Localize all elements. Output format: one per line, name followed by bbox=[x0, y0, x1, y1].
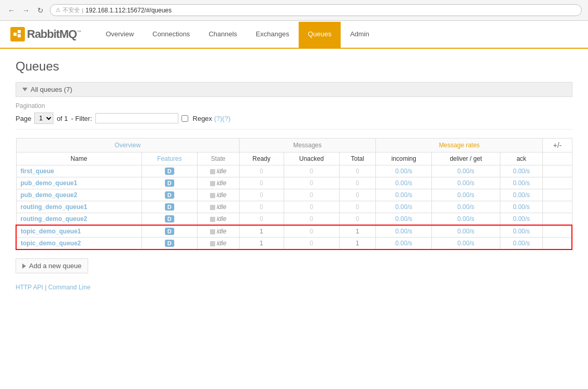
http-api-link[interactable]: HTTP API bbox=[16, 284, 43, 291]
queue-extra bbox=[543, 201, 572, 213]
nav-exchanges[interactable]: Exchanges bbox=[246, 22, 298, 48]
page-select[interactable]: 1 bbox=[34, 113, 53, 124]
queue-features: D bbox=[142, 189, 197, 201]
queue-unacked: 0 bbox=[284, 177, 339, 189]
table-row[interactable]: first_queue D idle 0 0 0 0.00/s 0.00/s 0… bbox=[16, 165, 572, 177]
queue-total: 0 bbox=[339, 201, 375, 213]
add-queue-label: Add a new queue bbox=[29, 262, 81, 270]
collapse-icon[interactable] bbox=[22, 88, 27, 91]
pagination-controls: Page 1 of 1 - Filter: Regex (?)(?) bbox=[16, 113, 572, 124]
refresh-button[interactable]: ↻ bbox=[35, 5, 46, 16]
queue-deliver: 0.00/s bbox=[432, 177, 500, 189]
queue-state: idle bbox=[197, 165, 239, 177]
col-extra bbox=[543, 152, 572, 165]
queue-name[interactable]: pub_demo_queue2 bbox=[16, 189, 142, 201]
queue-extra bbox=[543, 189, 572, 201]
url-bar[interactable]: ⚠ 不安全 | 192.168.1.112:15672/#/queues bbox=[50, 4, 582, 16]
queue-features: D bbox=[142, 201, 197, 213]
queue-state: idle bbox=[197, 225, 239, 238]
group-rates: Message rates bbox=[376, 138, 543, 152]
queue-unacked: 0 bbox=[284, 225, 339, 238]
queue-extra bbox=[543, 238, 572, 250]
queue-name[interactable]: routing_demo_queue2 bbox=[16, 213, 142, 226]
queue-total: 0 bbox=[339, 189, 375, 201]
filter-input[interactable] bbox=[95, 113, 178, 123]
page-content: Queues All queues (7) Pagination Page 1 … bbox=[0, 49, 588, 301]
queue-incoming: 0.00/s bbox=[376, 238, 432, 250]
queues-table: Overview Messages Message rates +/- Name… bbox=[16, 138, 572, 250]
queue-deliver: 0.00/s bbox=[432, 213, 500, 226]
col-ready-header: Ready bbox=[239, 152, 284, 165]
section-label: All queues (7) bbox=[31, 86, 72, 93]
main-nav: Overview Connections Channels Exchanges … bbox=[96, 22, 379, 47]
queue-ready: 0 bbox=[239, 165, 284, 177]
table-row[interactable]: pub_demo_queue2 D idle 0 0 0 0.00/s 0.00… bbox=[16, 189, 572, 201]
queue-ready: 0 bbox=[239, 213, 284, 226]
page-label: Page bbox=[16, 115, 31, 122]
top-navigation: RabbitMQ™ Overview Connections Channels … bbox=[0, 21, 588, 49]
logo: RabbitMQ™ bbox=[10, 21, 81, 48]
queue-name[interactable]: pub_demo_queue1 bbox=[16, 177, 142, 189]
security-icon: ⚠ bbox=[55, 7, 61, 13]
add-queue-section[interactable]: Add a new queue bbox=[16, 258, 88, 273]
queue-unacked: 0 bbox=[284, 189, 339, 201]
group-messages: Messages bbox=[239, 138, 375, 152]
queue-name[interactable]: topic_demo_queue2 bbox=[16, 238, 142, 250]
back-button[interactable]: ← bbox=[6, 5, 17, 16]
queue-ready: 0 bbox=[239, 189, 284, 201]
table-row[interactable]: pub_demo_queue1 D idle 0 0 0 0.00/s 0.00… bbox=[16, 177, 572, 189]
queue-features: D bbox=[142, 165, 197, 177]
col-features-header: Features bbox=[142, 152, 197, 165]
svg-rect-0 bbox=[13, 33, 17, 36]
queue-name[interactable]: routing_demo_queue1 bbox=[16, 201, 142, 213]
queue-ack: 0.00/s bbox=[500, 238, 543, 250]
queue-incoming: 0.00/s bbox=[376, 165, 432, 177]
col-ack-header: ack bbox=[500, 152, 543, 165]
table-row[interactable]: topic_demo_queue1 D idle 1 0 1 0.00/s 0.… bbox=[16, 225, 572, 238]
forward-button[interactable]: → bbox=[21, 5, 31, 16]
group-overview: Overview bbox=[16, 138, 239, 152]
queue-extra bbox=[543, 213, 572, 226]
queue-deliver: 0.00/s bbox=[432, 225, 500, 238]
regex-checkbox[interactable] bbox=[181, 115, 188, 122]
queue-incoming: 0.00/s bbox=[376, 213, 432, 226]
queue-ready: 0 bbox=[239, 201, 284, 213]
queue-name[interactable]: first_queue bbox=[16, 165, 142, 177]
of-label: of 1 bbox=[57, 115, 68, 122]
nav-connections[interactable]: Connections bbox=[143, 22, 199, 48]
pagination-label: Pagination bbox=[16, 102, 572, 109]
queue-name[interactable]: topic_demo_queue1 bbox=[16, 225, 142, 238]
table-row[interactable]: routing_demo_queue1 D idle 0 0 0 0.00/s … bbox=[16, 201, 572, 213]
queue-ack: 0.00/s bbox=[500, 165, 543, 177]
nav-overview[interactable]: Overview bbox=[96, 22, 143, 48]
nav-queues[interactable]: Queues bbox=[299, 22, 341, 48]
section-header: All queues (7) bbox=[16, 82, 572, 97]
logo-text: RabbitMQ™ bbox=[27, 27, 81, 41]
queue-extra bbox=[543, 165, 572, 177]
queue-incoming: 0.00/s bbox=[376, 177, 432, 189]
queue-ack: 0.00/s bbox=[500, 225, 543, 238]
queue-extra bbox=[543, 177, 572, 189]
queue-total: 1 bbox=[339, 238, 375, 250]
col-name-header: Name bbox=[16, 152, 142, 165]
queue-deliver: 0.00/s bbox=[432, 165, 500, 177]
plus-minus-btn[interactable]: +/- bbox=[543, 138, 572, 152]
queue-ready: 1 bbox=[239, 238, 284, 250]
queue-ack: 0.00/s bbox=[500, 201, 543, 213]
queue-state: idle bbox=[197, 213, 239, 226]
queue-ack: 0.00/s bbox=[500, 213, 543, 226]
col-total-header: Total bbox=[339, 152, 375, 165]
table-row[interactable]: routing_demo_queue2 D idle 0 0 0 0.00/s … bbox=[16, 213, 572, 226]
footer: HTTP API | Command Line bbox=[16, 284, 572, 291]
url-text: 192.168.1.112:15672/#/queues bbox=[86, 7, 172, 14]
page-title: Queues bbox=[16, 59, 572, 74]
regex-label: Regex (?)(?) bbox=[193, 115, 231, 122]
queue-state: idle bbox=[197, 201, 239, 213]
queue-unacked: 0 bbox=[284, 213, 339, 226]
table-row[interactable]: topic_demo_queue2 D idle 1 0 1 0.00/s 0.… bbox=[16, 238, 572, 250]
command-line-link[interactable]: Command Line bbox=[48, 284, 90, 291]
nav-admin[interactable]: Admin bbox=[341, 22, 379, 48]
nav-channels[interactable]: Channels bbox=[199, 22, 246, 48]
queue-ready: 1 bbox=[239, 225, 284, 238]
queue-total: 0 bbox=[339, 213, 375, 226]
